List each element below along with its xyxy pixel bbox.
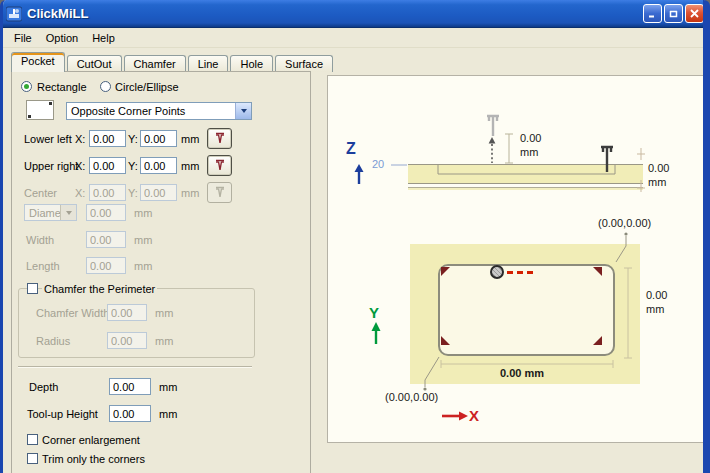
depth-row: Depth mm — [12, 378, 310, 398]
tab-hole[interactable]: Hole — [230, 55, 273, 72]
app-window: ClickMiLL File Option Help Pocket CutOut… — [0, 0, 710, 473]
x-axis-label: X: — [75, 160, 85, 172]
lower-left-row: Lower left X: Y: mm — [12, 130, 310, 150]
corner-enlargement-row: Corner enlargement — [12, 431, 310, 451]
shape-radio-row: Rectangle Circle/Ellipse — [12, 78, 310, 98]
minimize-icon — [647, 8, 658, 19]
center-y-field — [140, 184, 177, 201]
chamfer-perimeter-label: Chamfer the Perimeter — [42, 283, 157, 295]
tab-strip: Pocket CutOut Chamfer Line Hole Surface — [11, 52, 335, 72]
unit-label: mm — [134, 260, 152, 272]
tab-cutout[interactable]: CutOut — [67, 55, 122, 72]
radius-label: Radius — [36, 335, 70, 347]
corner-points-icon — [26, 100, 54, 120]
maximize-icon — [668, 8, 679, 19]
unit-label: mm — [159, 381, 177, 393]
width-row: Width mm — [12, 231, 310, 251]
unit-label: mm — [181, 187, 199, 199]
unit-label: mm — [134, 234, 152, 246]
chamfer-width-field — [107, 304, 147, 321]
unit-label: mm — [155, 335, 173, 347]
circle-ellipse-radio[interactable] — [100, 81, 111, 92]
center-row: Center X: Y: mm — [12, 184, 310, 204]
y-axis-label: Y: — [128, 133, 138, 145]
y-axis-arrow-icon — [372, 322, 381, 344]
corner-enlargement-label: Corner enlargement — [42, 434, 140, 446]
y-axis-label: Y: — [128, 187, 138, 199]
tool-up-arrow-icon — [489, 137, 496, 163]
close-button[interactable] — [685, 4, 704, 23]
menu-bar: File Option Help — [3, 28, 703, 48]
depth-label: Depth — [29, 381, 58, 393]
tab-surface[interactable]: Surface — [275, 55, 333, 72]
preview-canvas: Z 20 0.00 mm 0.00 mm Y X (0.00,0.00) (0.… — [327, 75, 705, 443]
width-field — [86, 231, 126, 248]
rectangle-radio[interactable] — [21, 81, 32, 92]
tool-up-height-field[interactable] — [109, 405, 151, 422]
upper-right-label: Upper right — [24, 160, 78, 172]
chamfer-width-label: Chamfer Width — [36, 307, 109, 319]
trim-only-corners-checkbox[interactable] — [27, 453, 38, 464]
trim-only-corners-row: Trim only the corners — [12, 450, 310, 470]
depth-dim-ticks — [637, 148, 645, 192]
tool-up-dim-bracket — [505, 134, 513, 163]
y-axis-label: Y: — [128, 160, 138, 172]
pocket-profile-line — [438, 165, 615, 174]
x-axis-label: X: — [75, 187, 85, 199]
radius-field — [107, 332, 147, 349]
tab-chamfer[interactable]: Chamfer — [124, 55, 186, 72]
dropdown-arrow-button — [60, 205, 76, 220]
title-bar[interactable]: ClickMiLL — [0, 0, 710, 28]
upper-right-row: Upper right X: Y: mm — [12, 157, 310, 177]
tool-icon — [214, 159, 226, 172]
unit-label: mm — [134, 207, 152, 219]
upper-right-teach-button[interactable] — [207, 155, 232, 176]
chamfer-group-header: Chamfer the Perimeter — [12, 280, 310, 300]
length-field — [86, 257, 126, 274]
dropdown-arrow-button[interactable] — [235, 103, 251, 119]
tool-icon — [214, 132, 226, 145]
upper-right-leader — [616, 232, 628, 262]
menu-file[interactable]: File — [7, 30, 39, 46]
menu-option[interactable]: Option — [39, 30, 85, 46]
lower-left-leader — [423, 357, 439, 391]
diameter-row: Diameter mm — [12, 204, 310, 224]
lower-left-teach-button[interactable] — [207, 128, 232, 149]
lower-left-y-field[interactable] — [140, 130, 177, 147]
menu-help[interactable]: Help — [85, 30, 122, 46]
chamfer-perimeter-checkbox[interactable] — [27, 283, 38, 294]
tab-line[interactable]: Line — [188, 55, 229, 72]
upper-right-x-field[interactable] — [89, 157, 126, 174]
corner-enlargement-checkbox[interactable] — [27, 434, 38, 445]
upper-right-y-field[interactable] — [140, 157, 177, 174]
center-x-field — [89, 184, 126, 201]
maximize-button[interactable] — [664, 4, 683, 23]
length-label: Length — [26, 260, 60, 272]
unit-label: mm — [159, 408, 177, 420]
chamfer-width-row: Chamfer Width mm — [12, 304, 310, 324]
rectangle-radio-label: Rectangle — [37, 81, 87, 93]
x-axis-arrow-icon — [442, 412, 468, 421]
pocket-width-dim-line — [441, 360, 613, 368]
unit-label: mm — [181, 160, 199, 172]
tab-pocket[interactable]: Pocket — [11, 52, 65, 72]
minimize-button[interactable] — [643, 4, 662, 23]
depth-field[interactable] — [109, 378, 151, 395]
center-label: Center — [24, 187, 57, 199]
length-row: Length mm — [12, 257, 310, 277]
diameter-select-value: Diameter — [25, 207, 60, 219]
corner-mode-select[interactable]: Opposite Corner Points — [66, 102, 252, 120]
radius-row: Radius mm — [12, 332, 310, 352]
pocket-tab-page: Rectangle Circle/Ellipse Opposite Corner… — [11, 71, 311, 473]
tool-icon — [214, 186, 226, 199]
corner-mode-value: Opposite Corner Points — [67, 105, 235, 117]
width-label: Width — [26, 234, 54, 246]
lower-left-x-field[interactable] — [89, 130, 126, 147]
lower-left-label: Lower left — [24, 133, 72, 145]
unit-label: mm — [155, 307, 173, 319]
z-axis-arrow-icon — [355, 164, 364, 184]
x-axis-label: X: — [75, 133, 85, 145]
tool-up-height-label: Tool-up Height — [27, 408, 98, 420]
center-teach-button — [207, 182, 232, 203]
pocket-height-dim-line — [624, 268, 632, 358]
